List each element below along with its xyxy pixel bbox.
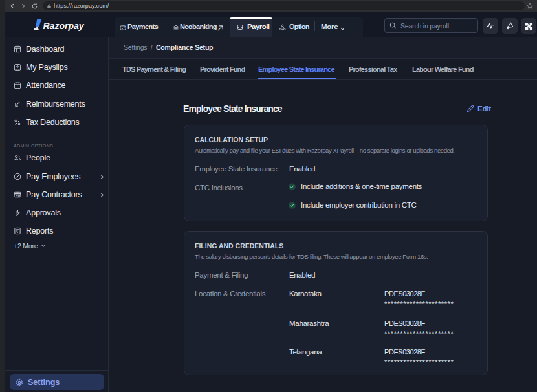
svg-text:Razorpay: Razorpay: [43, 21, 85, 31]
